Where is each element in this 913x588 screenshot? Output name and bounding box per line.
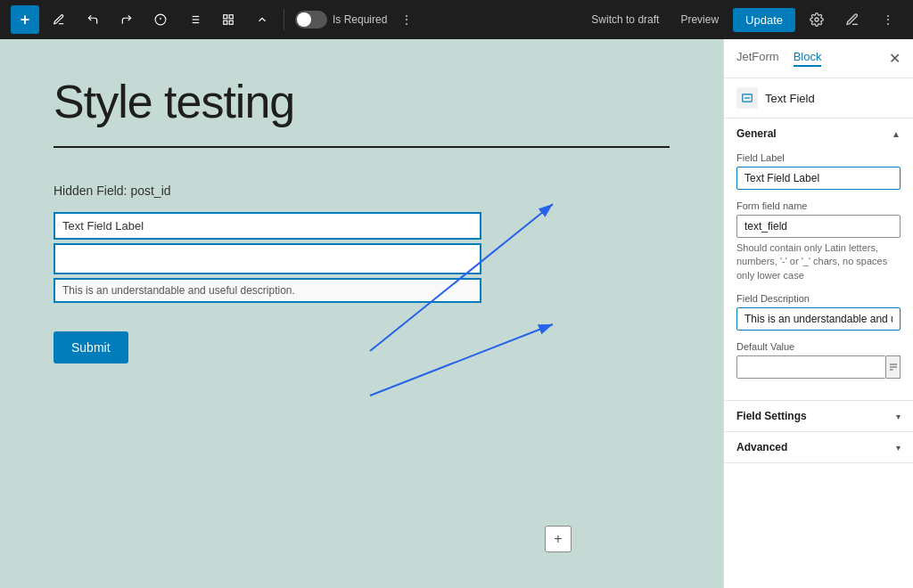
- preview-button[interactable]: Preview: [673, 10, 726, 29]
- title-divider: [53, 146, 670, 148]
- form-field-name-group: Form field name Should contain only Lati…: [736, 200, 901, 282]
- settings-gear-button[interactable]: [802, 5, 831, 34]
- tab-block[interactable]: Block: [794, 50, 822, 67]
- sidebar-tabs: JetForm Block: [736, 50, 821, 67]
- add-block-button[interactable]: +: [11, 5, 39, 34]
- default-value-title: Default Value: [736, 341, 901, 352]
- hidden-field-label: Hidden Field: post_id: [53, 184, 670, 198]
- sidebar-close-button[interactable]: ✕: [889, 50, 901, 67]
- field-settings-title: Field Settings: [736, 410, 807, 422]
- toolbar-divider: [284, 9, 284, 30]
- general-section-title: General: [736, 127, 777, 140]
- advanced-section-title: Advanced: [736, 441, 787, 453]
- form-field-name-hint: Should contain only Latin letters, numbe…: [736, 241, 901, 282]
- default-value-group: Default Value: [736, 341, 901, 379]
- field-settings-chevron: ▾: [896, 412, 901, 421]
- general-section-body: Field Label Form field name Should conta…: [724, 149, 913, 400]
- default-value-icon[interactable]: [886, 355, 901, 379]
- toolbar: + Is Required ⋮ Switch to draft Preview …: [0, 0, 913, 39]
- undo-button[interactable]: [78, 5, 107, 34]
- arrows-button[interactable]: [248, 5, 276, 34]
- svg-rect-12: [224, 20, 227, 24]
- is-required-toggle[interactable]: Is Required: [295, 11, 387, 29]
- block-type-icon: [736, 87, 758, 109]
- toolbar-right: Switch to draft Preview Update ⋮: [584, 5, 902, 34]
- sidebar-header: JetForm Block ✕: [724, 39, 913, 78]
- pen-tool-button[interactable]: [45, 5, 73, 34]
- general-section-header[interactable]: General ▲: [724, 118, 913, 149]
- page-title: Style testing: [53, 75, 670, 128]
- default-value-input-wrapper: [736, 355, 901, 379]
- form-field-label-display: Text Field Label: [53, 212, 481, 240]
- field-description-title: Field Description: [736, 293, 901, 304]
- submit-button[interactable]: Submit: [53, 331, 128, 363]
- form-field-wrapper: Text Field Label This is an understandab…: [53, 212, 481, 303]
- list-button[interactable]: [180, 5, 209, 34]
- more-menu-button[interactable]: ⋮: [874, 5, 902, 34]
- general-section: General ▲ Field Label Form field name Sh…: [724, 118, 913, 401]
- block-type-name: Text Field: [765, 92, 815, 105]
- field-label-input[interactable]: [736, 167, 901, 190]
- tab-jetform[interactable]: JetForm: [736, 50, 779, 67]
- form-field-name-input[interactable]: [736, 215, 901, 238]
- svg-rect-10: [229, 15, 233, 19]
- field-description-group: Field Description: [736, 293, 901, 331]
- field-settings-section: Field Settings ▾: [724, 401, 913, 432]
- svg-point-13: [815, 18, 818, 21]
- general-section-chevron: ▲: [892, 129, 901, 139]
- sidebar: JetForm Block ✕ Text Field General ▲ Fie…: [723, 39, 913, 588]
- main-layout: Style testing Hidden Field: post_id Text…: [0, 39, 913, 588]
- update-button[interactable]: Update: [733, 8, 795, 32]
- switch-to-draft-button[interactable]: Switch to draft: [584, 10, 666, 29]
- field-settings-header[interactable]: Field Settings ▾: [724, 401, 913, 431]
- svg-rect-11: [229, 20, 233, 24]
- advanced-section-header[interactable]: Advanced ▾: [724, 432, 913, 462]
- form-field-name-title: Form field name: [736, 200, 901, 211]
- advanced-section-chevron: ▾: [896, 443, 901, 453]
- edit-pen-button[interactable]: [838, 5, 867, 34]
- form-description: This is an understandable and useful des…: [53, 278, 481, 303]
- field-description-input[interactable]: [736, 307, 901, 331]
- svg-rect-9: [224, 15, 227, 19]
- default-value-input[interactable]: [736, 355, 886, 379]
- canvas-area: Style testing Hidden Field: post_id Text…: [0, 39, 723, 588]
- advanced-section: Advanced ▾: [724, 432, 913, 463]
- info-button[interactable]: [146, 5, 175, 34]
- form-text-input[interactable]: [53, 243, 481, 274]
- more-options-button[interactable]: ⋮: [392, 5, 421, 34]
- svg-line-17: [370, 324, 553, 396]
- block-type-header: Text Field: [724, 78, 913, 118]
- field-label-group: Field Label: [736, 152, 901, 190]
- is-required-label: Is Required: [333, 13, 387, 26]
- add-block-canvas-button[interactable]: +: [545, 526, 572, 552]
- redo-button[interactable]: [112, 5, 141, 34]
- blocks-view-button[interactable]: [214, 5, 243, 34]
- field-label-title: Field Label: [736, 152, 901, 163]
